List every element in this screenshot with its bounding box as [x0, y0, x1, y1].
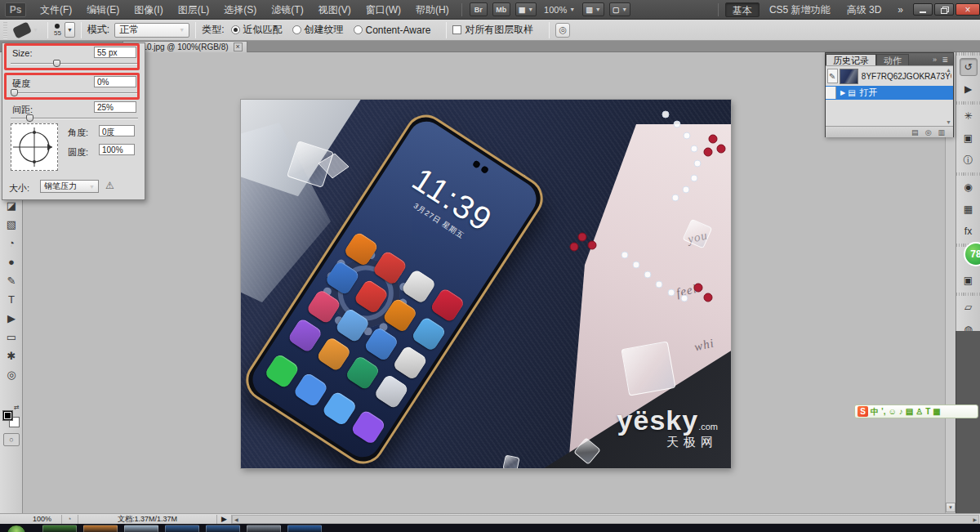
- sogou-punctuation-icon[interactable]: ’,: [881, 408, 886, 416]
- hardness-value-field[interactable]: 0%: [94, 76, 136, 87]
- scroll-down-icon[interactable]: ▼: [946, 119, 951, 125]
- size-slider-thumb[interactable]: [53, 60, 60, 67]
- tablet-pressure-button[interactable]: ◎: [555, 23, 570, 38]
- delete-state-icon[interactable]: ▥: [938, 128, 945, 136]
- document-image[interactable]: you feeli whi: [241, 100, 731, 468]
- angle-value-field[interactable]: 0度: [99, 125, 135, 136]
- sogou-lang-chinese[interactable]: 中: [871, 408, 879, 416]
- path-select-tool-icon[interactable]: ▶: [2, 309, 21, 328]
- taskbar-app-7[interactable]: [287, 525, 322, 532]
- layers-panel-icon[interactable]: ▱: [960, 298, 978, 316]
- spacing-slider-thumb[interactable]: [26, 114, 33, 122]
- history-snapshot-row[interactable]: ✎ 8YF7RQ62JGOKRA73YC...: [826, 66, 953, 86]
- bridge-button[interactable]: Br: [470, 2, 488, 16]
- collapse-panel-icon[interactable]: »: [933, 56, 938, 64]
- tab-history[interactable]: 历史记录: [826, 54, 876, 65]
- zoom-level-dropdown[interactable]: 100% ▼: [541, 2, 577, 16]
- blur-tool-icon[interactable]: ◔: [2, 234, 21, 253]
- horizontal-scrollbar[interactable]: ◀ ▶: [232, 515, 979, 524]
- hardness-slider-thumb[interactable]: [11, 89, 18, 96]
- new-snapshot-icon[interactable]: ◎: [925, 128, 932, 136]
- hardness-slider[interactable]: [11, 92, 138, 94]
- history-source-checkbox[interactable]: [826, 87, 836, 99]
- info-panel-icon[interactable]: ⓘ: [960, 151, 978, 169]
- radio-create-texture[interactable]: 创建纹理: [292, 23, 344, 37]
- sogou-logo[interactable]: S: [858, 406, 868, 417]
- menu-image[interactable]: 图像(I): [127, 0, 170, 20]
- radio-proximity-match[interactable]: 近似匹配: [231, 23, 283, 37]
- grip-handle[interactable]: [3, 22, 7, 38]
- view-extras-button[interactable]: ▥▼: [582, 2, 604, 16]
- sogou-account-icon[interactable]: ♙: [915, 408, 923, 416]
- taskbar-app-3[interactable]: [124, 525, 158, 532]
- scroll-down-icon[interactable]: ▼: [946, 503, 956, 512]
- history-scrollbar[interactable]: ▲▼: [945, 67, 952, 125]
- taskbar-app-6[interactable]: [247, 525, 281, 532]
- swatches-panel-icon[interactable]: ▦: [960, 200, 978, 218]
- zoom-tool-icon[interactable]: ◎: [2, 365, 21, 384]
- pen-tool-icon[interactable]: ✎: [2, 271, 21, 290]
- sogou-skin-icon[interactable]: T: [925, 408, 930, 416]
- new-document-from-state-icon[interactable]: ▤: [911, 128, 919, 136]
- taskbar-app-4[interactable]: [165, 525, 199, 532]
- scroll-up-icon[interactable]: ▲: [946, 67, 951, 73]
- mode-select[interactable]: 正常 ▼: [114, 23, 189, 38]
- menu-edit[interactable]: 编辑(E): [79, 0, 127, 20]
- menu-layer[interactable]: 图层(L): [171, 0, 217, 20]
- close-button[interactable]: ×: [956, 3, 980, 16]
- brush-tip-preview[interactable]: [11, 123, 58, 171]
- arrange-documents-button[interactable]: ▦▼: [515, 2, 537, 16]
- sogou-emoji-icon[interactable]: ☺: [889, 408, 897, 416]
- sample-all-layers-checkbox[interactable]: 对所有图层取样: [452, 23, 533, 37]
- styles-panel-icon[interactable]: fx: [960, 222, 978, 240]
- color-panel-icon[interactable]: ◉: [960, 178, 978, 196]
- workspace-advanced-3d[interactable]: 高级 3D: [840, 2, 889, 17]
- spacing-slider[interactable]: [11, 118, 138, 119]
- quick-mask-button[interactable]: ○: [3, 433, 20, 446]
- gradient-tool-icon[interactable]: ▧: [2, 215, 21, 234]
- swap-colors-icon[interactable]: ⇄: [14, 404, 20, 411]
- levels-panel-icon[interactable]: ▣: [960, 271, 978, 289]
- menu-window[interactable]: 窗口(W): [359, 0, 408, 20]
- type-tool-icon[interactable]: T: [2, 290, 21, 309]
- menu-select[interactable]: 选择(S): [216, 0, 264, 20]
- size-control-select[interactable]: 钢笔压力 ▼: [40, 180, 99, 193]
- sogou-keyboard-icon[interactable]: ▤: [906, 408, 913, 416]
- roundness-value-field[interactable]: 100%: [99, 144, 135, 155]
- taskbar-app-1[interactable]: [42, 525, 77, 532]
- workspace-cs5-new[interactable]: CS5 新增功能: [763, 2, 837, 17]
- taskbar-app-5[interactable]: [206, 525, 240, 532]
- brush-preset-picker[interactable]: 55: [54, 24, 61, 37]
- tab-close-icon[interactable]: ×: [234, 42, 243, 51]
- size-value-field[interactable]: 55 px: [94, 47, 136, 58]
- adjustments-panel-icon[interactable]: ✳: [960, 107, 978, 125]
- scroll-right-icon[interactable]: ▶: [973, 516, 977, 522]
- radio-content-aware[interactable]: Content-Aware: [354, 25, 431, 36]
- status-options-icon[interactable]: ▶: [217, 515, 232, 524]
- history-panel-icon[interactable]: ↺: [960, 58, 978, 76]
- panel-menu-icon[interactable]: ≣: [942, 56, 950, 64]
- spacing-value-field[interactable]: 25%: [94, 101, 136, 113]
- hand-tool-icon[interactable]: ✱: [2, 346, 21, 365]
- start-button[interactable]: [7, 525, 26, 532]
- sogou-toolbox-icon[interactable]: ▦: [933, 408, 940, 416]
- masks-panel-icon[interactable]: ▣: [960, 129, 978, 147]
- brush-picker-dropdown[interactable]: ▼: [65, 22, 75, 38]
- scroll-left-icon[interactable]: ◀: [234, 516, 238, 522]
- current-tool-button[interactable]: ▼: [11, 25, 42, 36]
- workspace-essentials[interactable]: 基本: [725, 2, 760, 17]
- restore-button[interactable]: [934, 3, 954, 16]
- foreground-color-swatch[interactable]: [2, 410, 13, 421]
- menu-filter[interactable]: 滤镜(T): [264, 0, 310, 20]
- workspace-overflow-button[interactable]: »: [891, 2, 910, 17]
- history-brush-source-icon[interactable]: ✎: [827, 69, 838, 83]
- mini-bridge-button[interactable]: Mb: [492, 2, 510, 16]
- shape-tool-icon[interactable]: ▭: [2, 328, 21, 346]
- screen-mode-button[interactable]: ▢▼: [609, 2, 630, 16]
- size-slider[interactable]: [11, 63, 138, 65]
- sogou-voice-icon[interactable]: ♪: [899, 408, 903, 416]
- tab-actions[interactable]: 动作: [876, 54, 909, 65]
- actions-panel-icon[interactable]: ▶: [960, 80, 978, 98]
- zoom-field[interactable]: 100%: [28, 515, 62, 524]
- dodge-tool-icon[interactable]: ●: [2, 253, 21, 271]
